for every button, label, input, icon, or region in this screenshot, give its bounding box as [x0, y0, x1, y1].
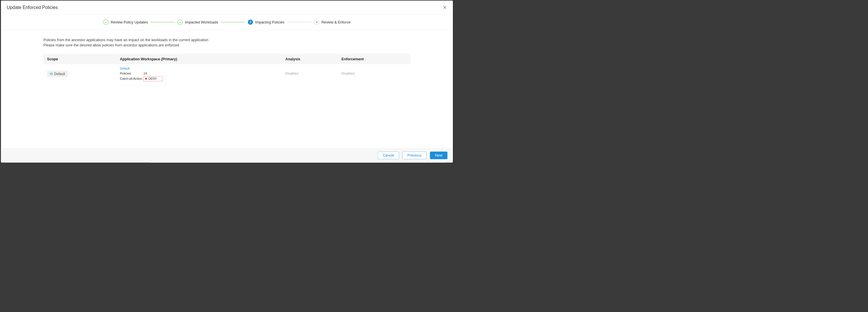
check-icon	[103, 20, 108, 25]
previous-button[interactable]: Previous	[402, 152, 427, 159]
step-label: Review Policy Updates	[111, 20, 148, 24]
col-header-analysis: Analysis	[282, 54, 338, 64]
step-label: Impacting Policies	[255, 20, 284, 24]
scope-chip-label: Default	[54, 72, 65, 76]
step-label: Review & Enforce	[321, 20, 350, 24]
step-review-policy-updates[interactable]: Review Policy Updates	[103, 20, 148, 25]
workspace-link-default[interactable]: Default	[120, 67, 278, 70]
modal-title: Update Enforced Policies	[7, 5, 58, 10]
description-line2: Please make sure the desired allow polic…	[43, 43, 410, 48]
cell-enforcement: Disabled	[338, 64, 410, 85]
modal-body: Policies from the ancestor applications …	[1, 30, 453, 148]
description-line1: Policies from the ancestor applications …	[43, 37, 410, 43]
step-connector	[287, 22, 311, 22]
col-header-scope: Scope	[43, 54, 116, 64]
step-number-active: 3	[248, 20, 253, 25]
close-icon	[443, 5, 447, 9]
step-impacting-policies[interactable]: 3 Impacting Policies	[248, 20, 284, 25]
policies-row: Policies: 14	[120, 72, 278, 75]
description-text: Policies from the ancestor applications …	[43, 37, 410, 48]
modal-footer: Cancel Previous Next	[1, 148, 453, 163]
analysis-status: Disabled	[285, 72, 299, 76]
step-connector	[151, 22, 175, 22]
step-number-upcoming: 4	[314, 20, 319, 25]
step-review-enforce[interactable]: 4 Review & Enforce	[314, 20, 350, 25]
policies-label: Policies:	[120, 72, 144, 75]
cell-analysis: Disabled	[282, 64, 338, 85]
enforcement-status: Disabled	[341, 72, 354, 76]
table-row: Default Default Policies: 14 Catch-all A…	[43, 64, 410, 85]
scope-chip-default[interactable]: Default	[47, 70, 68, 77]
col-header-workspace: Application Workspace (Primary)	[116, 54, 282, 64]
impacting-policies-table: Scope Application Workspace (Primary) An…	[43, 54, 410, 85]
close-button[interactable]	[442, 5, 447, 10]
cell-workspace: Default Policies: 14 Catch-all Action: D…	[116, 64, 282, 85]
cancel-button[interactable]: Cancel	[378, 152, 399, 159]
policies-value: 14	[144, 72, 147, 75]
table-header-row: Scope Application Workspace (Primary) An…	[43, 54, 410, 64]
cell-scope: Default	[43, 64, 116, 85]
catchall-row: Catch-all Action: DENY	[120, 76, 278, 81]
step-label: Impacted Workloads	[185, 20, 218, 24]
col-header-enforcement: Enforcement	[338, 54, 410, 64]
next-button[interactable]: Next	[430, 152, 447, 159]
catchall-label: Catch-all Action:	[120, 77, 144, 81]
wizard-stepper: Review Policy Updates Impacted Workloads…	[1, 14, 453, 30]
step-impacted-workloads[interactable]: Impacted Workloads	[178, 20, 218, 25]
update-enforced-policies-modal: Update Enforced Policies Review Policy U…	[1, 1, 453, 162]
catchall-value: DENY	[148, 77, 157, 80]
cube-icon	[50, 72, 53, 75]
step-connector	[221, 22, 245, 22]
catchall-deny-badge: DENY	[144, 76, 163, 81]
check-icon	[178, 20, 183, 25]
modal-header: Update Enforced Policies	[1, 1, 453, 14]
deny-dot-icon	[145, 78, 147, 79]
